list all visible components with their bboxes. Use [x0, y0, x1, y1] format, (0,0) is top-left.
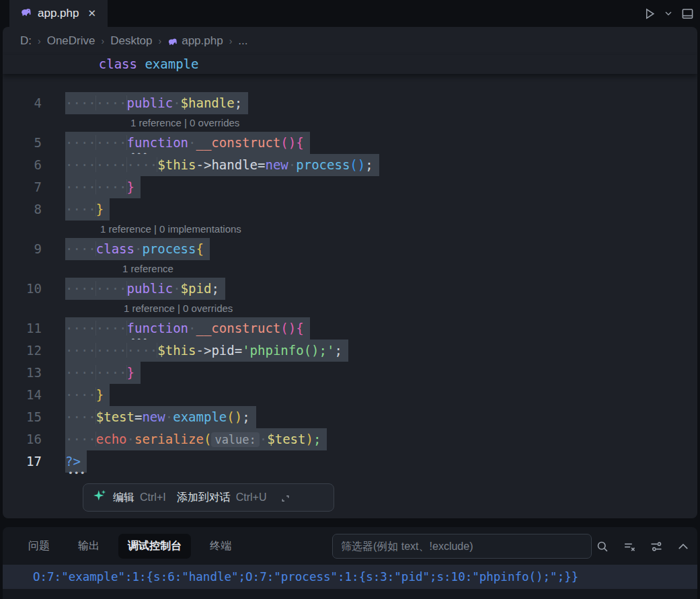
- bottom-panel: 问题输出调试控制台终端 O:7:"example":1:{s:6:"handle…: [3, 527, 697, 599]
- console-output-text: O:7:"example":1:{s:6:"handle";O:7:"proce…: [33, 570, 578, 584]
- whitespace: ·: [288, 157, 296, 172]
- clear-console-icon[interactable]: [622, 539, 637, 554]
- selection-highlight: ············$this->handle=new·process();: [65, 154, 379, 176]
- code-token: (: [204, 432, 211, 446]
- run-dropdown-chevron-icon[interactable]: [664, 6, 673, 21]
- close-icon[interactable]: ✕: [87, 7, 96, 19]
- whitespace: ·: [165, 409, 173, 424]
- whitespace: ········: [65, 365, 127, 380]
- code-token: public: [127, 95, 173, 110]
- breadcrumb-item-onedrive[interactable]: OneDrive: [47, 34, 95, 48]
- code-token: {: [296, 135, 303, 150]
- whitespace: ········: [65, 179, 127, 194]
- code-token: $test: [96, 409, 134, 424]
- selection-highlight: ········}: [65, 362, 141, 384]
- php-elephant-icon: [167, 36, 178, 46]
- selection-highlight: ····echo·serialize(value:·$test);: [65, 428, 327, 450]
- codelens[interactable]: 1 reference: [122, 260, 173, 278]
- code-line-6[interactable]: ············$this->handle=new·process();: [3, 154, 697, 176]
- codelens[interactable]: 1 reference | 0 overrides: [124, 300, 233, 317]
- tab-label: app.php: [38, 7, 79, 20]
- console-output-row[interactable]: O:7:"example":1:{s:6:"handle";O:7:"proce…: [3, 565, 697, 589]
- code-token: $pid: [181, 281, 212, 296]
- whitespace: [137, 56, 145, 71]
- code-token: ;: [365, 157, 373, 172]
- code-line-10[interactable]: ········public·$pid;: [3, 278, 697, 300]
- inline-chat-add-label[interactable]: 添加到对话: [177, 491, 231, 505]
- code-token: ): [288, 135, 296, 150]
- code-token: $this: [157, 343, 196, 358]
- code-token: =: [258, 157, 265, 172]
- code-line-12[interactable]: ············$this->pid='phpinfo();';: [3, 340, 697, 362]
- code-token: ;: [235, 95, 242, 110]
- selection-highlight: ········public·$pid;: [65, 278, 225, 300]
- code-line-7[interactable]: ········}: [3, 176, 697, 198]
- code-token: ): [235, 409, 242, 424]
- codelens[interactable]: 1 reference | 0 overrides: [130, 114, 239, 132]
- code-token: {: [296, 321, 303, 335]
- whitespace: ·: [260, 432, 267, 446]
- code-area[interactable]: class example 4········public·$handle;1 …: [3, 55, 697, 518]
- code-token: function: [127, 135, 189, 150]
- code-token: (: [350, 157, 357, 172]
- whitespace: ········: [65, 281, 127, 296]
- selection-highlight: ········function·__construct(){: [65, 317, 310, 340]
- whitespace: ····: [65, 241, 96, 256]
- inline-chat-hint[interactable]: 编辑 Ctrl+I 添加到对话 Ctrl+U: [83, 483, 334, 512]
- code-line-4[interactable]: ········public·$handle;: [3, 92, 697, 114]
- selection-highlight: ····}: [65, 198, 110, 221]
- split-editor-icon[interactable]: [680, 6, 695, 21]
- breadcrumb-item-d[interactable]: D:: [20, 34, 32, 48]
- code-line-16[interactable]: ····echo·serialize(value:·$test);: [3, 428, 697, 450]
- dock-corner-icon[interactable]: [281, 493, 289, 502]
- code-token: class: [99, 56, 137, 71]
- whitespace: ·: [134, 241, 142, 256]
- code-line-17[interactable]: ?>•••: [3, 450, 697, 473]
- panel-tab-debug-console[interactable]: 调试控制台: [118, 534, 191, 559]
- code-token: ): [288, 321, 296, 335]
- sticky-scroll-line[interactable]: class example: [3, 55, 697, 74]
- panel-tab-终端[interactable]: 终端: [200, 534, 241, 559]
- selection-highlight: ········function·__construct(){: [65, 132, 310, 154]
- whitespace: [68, 56, 99, 71]
- code-line-5[interactable]: ········function·__construct(){•••: [3, 132, 697, 154]
- breadcrumb-separator: ›: [159, 36, 162, 46]
- panel-tab-输出[interactable]: 输出: [69, 534, 109, 559]
- chevron-up-icon[interactable]: [676, 539, 691, 554]
- breadcrumb-item-desktop[interactable]: Desktop: [110, 34, 152, 48]
- code-token: pid: [211, 343, 234, 358]
- console-filter-input[interactable]: [332, 534, 592, 559]
- codelens[interactable]: 1 reference | 0 implementations: [100, 221, 241, 238]
- search-icon[interactable]: [595, 539, 610, 554]
- whitespace: ·: [173, 281, 180, 296]
- breadcrumb-item-[interactable]: ...: [238, 34, 247, 48]
- whitespace: ·: [188, 321, 196, 335]
- code-token: =: [235, 343, 242, 358]
- code-line-8[interactable]: ····}: [3, 198, 697, 221]
- whitespace: ············: [65, 343, 157, 358]
- tab-app-php[interactable]: app.php ✕: [9, 0, 108, 27]
- code-line-15[interactable]: ····$test=new·example();: [3, 406, 697, 428]
- run-button-icon[interactable]: [642, 6, 657, 21]
- code-token: new: [142, 409, 165, 424]
- code-line-14[interactable]: ····}: [3, 384, 697, 406]
- whitespace: ····: [65, 409, 96, 424]
- selection-highlight: ········}: [65, 176, 141, 198]
- inline-chat-edit-label[interactable]: 编辑: [113, 491, 134, 505]
- code-token: handle: [211, 157, 258, 172]
- editor-actions: [642, 0, 695, 27]
- code-line-9[interactable]: ····class·process{: [3, 238, 697, 260]
- selection-highlight: ····}: [65, 384, 110, 406]
- code-token: (: [280, 321, 288, 335]
- filter-sliders-icon[interactable]: [649, 539, 664, 554]
- editor-pane: D:›OneDrive›Desktop›app.php›... class ex…: [3, 27, 697, 518]
- breadcrumb-item-appphp[interactable]: app.php: [167, 34, 223, 48]
- selection-highlight: ····class·process{: [65, 238, 210, 260]
- code-line-13[interactable]: ········}: [3, 362, 697, 384]
- panel-tab-问题[interactable]: 问题: [19, 534, 59, 559]
- inlay-hint: value:: [211, 432, 259, 447]
- whitespace: ·: [173, 95, 180, 110]
- code-line-11[interactable]: ········function·__construct(){•••: [3, 317, 697, 340]
- code-token: =: [134, 409, 142, 424]
- code-token: __construct: [196, 135, 280, 150]
